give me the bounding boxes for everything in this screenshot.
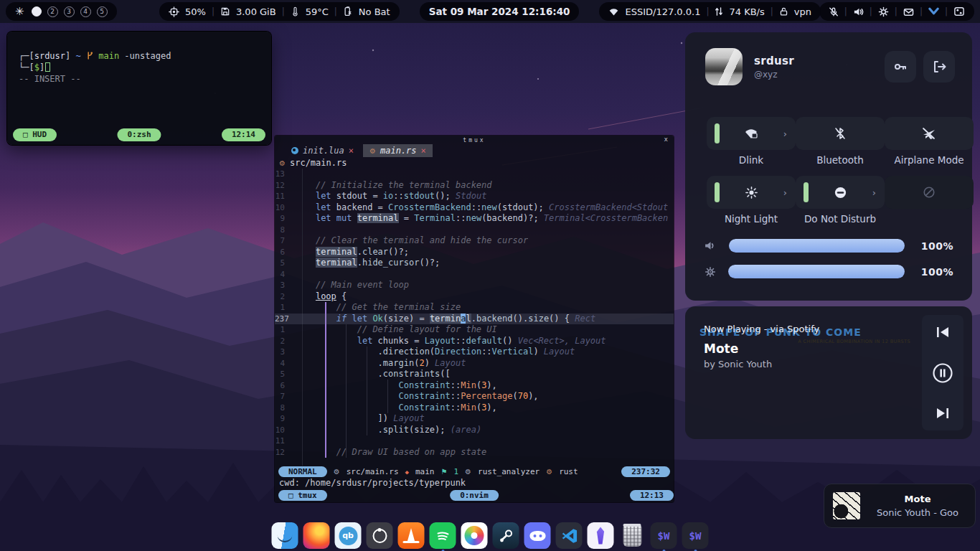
- mail-icon[interactable]: [903, 7, 914, 17]
- cpu-icon: [169, 6, 179, 17]
- dock-spotify[interactable]: [430, 522, 456, 549]
- microphone-muted-icon[interactable]: [829, 6, 839, 17]
- notification-subtitle: Sonic Youth - Goo: [869, 507, 966, 518]
- album-art[interactable]: SHAPE OF PUNK TO COME A CHIMERICAL BOMBI…: [694, 315, 915, 430]
- workspace-1[interactable]: [32, 6, 42, 17]
- previous-track-button[interactable]: [935, 325, 951, 339]
- dock-vlc[interactable]: [398, 522, 425, 549]
- user-avatar[interactable]: [705, 48, 743, 85]
- updates-chevron-icon[interactable]: [928, 7, 939, 16]
- cursor-position-pill: 237:32: [621, 466, 670, 477]
- key-button[interactable]: [885, 51, 916, 83]
- workspace-3[interactable]: 3: [64, 6, 75, 17]
- toggle-dlink[interactable]: ›: [707, 117, 796, 150]
- dock-vscode[interactable]: [556, 522, 583, 549]
- cpu-usage: 50%: [185, 6, 206, 17]
- workspace-2[interactable]: 2: [47, 6, 58, 17]
- window-close-button[interactable]: x: [664, 136, 668, 143]
- code-line: 7 // Clear the terminal and hide the cur…: [275, 235, 674, 247]
- volume-icon[interactable]: [853, 6, 864, 17]
- file-icon: ⚙: [334, 468, 340, 476]
- dock-firefox[interactable]: [303, 522, 330, 549]
- spotify-icon: [434, 527, 451, 545]
- toggle-do-not-disturb[interactable]: ›: [796, 176, 885, 209]
- airplane-off-icon: [922, 127, 936, 140]
- vpn-lock-icon: [779, 6, 788, 17]
- toggle-blocked[interactable]: [885, 176, 974, 209]
- mode-pill: NORMAL: [278, 466, 327, 477]
- tab-main-rs[interactable]: ⚙ main.rs ×: [363, 144, 433, 157]
- chevron-right-icon[interactable]: ›: [783, 128, 787, 139]
- code-line: 1 // Get the terminal size: [275, 302, 674, 314]
- notification-title: Mote: [869, 494, 966, 504]
- network-speed-icon: [715, 6, 723, 17]
- dock-wallet-app-2[interactable]: $W: [682, 522, 709, 549]
- volume-slider[interactable]: [729, 239, 905, 253]
- toggle-night-light[interactable]: ›: [707, 176, 796, 209]
- code-area[interactable]: 1312 // Initialize the terminal backend1…: [275, 169, 674, 466]
- rust-icon: ⚙: [279, 159, 286, 167]
- system-tray-island: | | | | |: [819, 2, 974, 21]
- toggle-label: Airplane Mode: [875, 154, 980, 166]
- dock: qb $W $W: [272, 522, 709, 549]
- now-playing-panel: SHAPE OF PUNK TO COME A CHIMERICAL BOMBI…: [685, 306, 972, 439]
- desktop: ✳ 2 3 4 5 50% | 3.00 GiB |: [0, 0, 980, 551]
- logout-icon: [932, 60, 946, 74]
- control-center-icon[interactable]: [953, 6, 965, 17]
- code-line: 12 // Initialize the terminal backend: [275, 180, 674, 192]
- now-playing-source: Now Playing - via Spotify: [704, 324, 909, 334]
- terminal-window[interactable]: ┌─[srdusr] ~ main -unstaged └─[$] -- INS…: [7, 32, 271, 145]
- dock-qbittorrent[interactable]: qb: [335, 522, 362, 549]
- tab-close-icon[interactable]: ×: [349, 146, 354, 156]
- steam-icon: [497, 527, 514, 545]
- dock-photos[interactable]: [461, 522, 488, 549]
- buffer-tabs: init.lua × ⚙ main.rs ×: [275, 144, 674, 157]
- active-indicator: [715, 123, 720, 143]
- dock-obsidian[interactable]: [588, 522, 614, 549]
- dock-file-manager[interactable]: [272, 522, 298, 549]
- workspace-5[interactable]: 5: [97, 6, 108, 17]
- git-branch-icon: [86, 52, 93, 60]
- volume-icon: [704, 240, 717, 252]
- dock-wallet-app-1[interactable]: $W: [651, 522, 677, 549]
- logout-button[interactable]: [923, 51, 955, 83]
- tmux-window-pill[interactable]: 0:nvim: [450, 490, 499, 501]
- tab-init-lua[interactable]: init.lua ×: [285, 144, 360, 157]
- settings-gear-icon[interactable]: [878, 6, 889, 17]
- dock-trash[interactable]: [619, 522, 646, 549]
- network-speed: 74 KB/s: [729, 6, 764, 17]
- terminal-tmux-bar: □ HUD 0:zsh 12:14: [13, 128, 265, 141]
- toggle-airplane-mode[interactable]: [885, 117, 974, 150]
- dock-obs[interactable]: [367, 522, 393, 549]
- blocked-icon: [923, 186, 936, 199]
- distro-logo-icon[interactable]: ✳: [15, 5, 24, 18]
- vpn-status[interactable]: vpn: [794, 6, 811, 17]
- lsp-gear-icon: ⚙: [465, 468, 471, 476]
- lua-icon: [291, 147, 298, 154]
- chevron-right-icon[interactable]: ›: [783, 187, 787, 198]
- toggle-label: Do Not Disturb: [786, 213, 895, 225]
- code-line: 13: [275, 169, 674, 180]
- toggle-bluetooth[interactable]: [796, 117, 885, 150]
- clock[interactable]: Sat 09 Mar 2024 12:16:40: [429, 6, 570, 17]
- editor-window[interactable]: tmux x init.lua × ⚙ main.rs × ⚙ src/main…: [275, 136, 674, 502]
- media-notification[interactable]: Mote Sonic Youth - Goo: [824, 484, 976, 528]
- network-island: ESSID/127.0.0.1 | 74 KB/s | vpn: [599, 2, 821, 21]
- volume-slider-fill: [729, 239, 905, 253]
- brightness-slider[interactable]: [728, 265, 905, 278]
- terminal-prompt-line2: └─[$]: [19, 62, 261, 73]
- chevron-right-icon[interactable]: ›: [872, 187, 876, 198]
- diagnostic-count: 1: [453, 467, 458, 476]
- pause-button[interactable]: [932, 362, 953, 384]
- clock-island: Sat 09 Mar 2024 12:16:40: [420, 2, 580, 21]
- tab-close-icon[interactable]: ×: [421, 146, 426, 156]
- tmux-window-pill[interactable]: 0:zsh: [117, 128, 161, 141]
- next-track-button[interactable]: [935, 406, 951, 420]
- code-line: 2 let chunks = Layout::default() Vec<Rec…: [275, 336, 674, 347]
- essid[interactable]: ESSID/127.0.0.1: [625, 6, 700, 17]
- code-line: 6 terminal.clear()?;: [275, 247, 674, 258]
- dock-discord[interactable]: [524, 522, 551, 549]
- workspace-4[interactable]: 4: [80, 6, 91, 17]
- prompt-path: ~: [76, 51, 81, 61]
- dock-steam[interactable]: [493, 522, 519, 549]
